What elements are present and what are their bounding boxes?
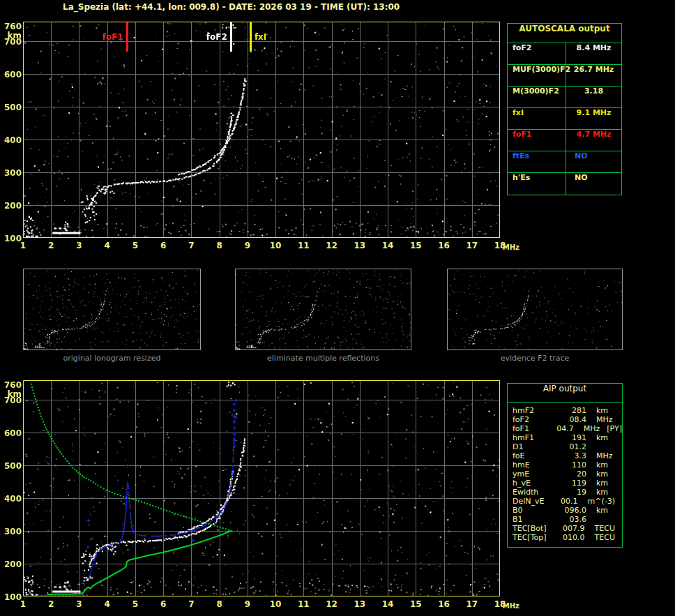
aip-value: 04.7 xyxy=(549,424,574,433)
y-tick-label: 400 xyxy=(1,494,22,504)
aip-extra xyxy=(615,533,622,542)
y-tick-label: 600 xyxy=(1,70,22,80)
aip-unit: m^(-3) xyxy=(578,497,615,506)
x-tick-label: 5 xyxy=(128,241,142,250)
aip-value: 010.0 xyxy=(556,533,585,542)
aip-extra xyxy=(613,451,620,460)
aip-unit: TECU xyxy=(585,533,615,542)
aip-label: hmE xyxy=(508,460,557,469)
aip-output-table: AIP output hmF2281kmfoF208.4MHzfoF104.7M… xyxy=(507,383,623,548)
aip-value: 3.3 xyxy=(557,451,586,460)
thumbnail-caption-original: original ionogram resized xyxy=(23,354,201,363)
aip-label: B0 xyxy=(508,506,557,515)
x-axis-unit-label: MHz xyxy=(503,243,519,251)
aip-extra xyxy=(596,442,603,451)
aip-extra xyxy=(608,406,615,415)
aip-row-Ewidth: Ewidth19km xyxy=(508,488,622,497)
aip-label: TEC[Top] xyxy=(508,533,556,542)
aip-label: Ewidth xyxy=(508,488,557,497)
bottom-ionogram-canvas xyxy=(23,380,500,596)
x-tick-label: 4 xyxy=(100,241,114,250)
aip-unit: MHz xyxy=(586,415,613,424)
x-tick-label: 8 xyxy=(213,241,227,250)
autoscala-row-label: ftEs xyxy=(508,151,566,172)
y-tick-label: 200 xyxy=(1,559,22,569)
autoscala-row-label: fxI xyxy=(508,108,566,129)
autoscala-row-label: foF1 xyxy=(508,130,566,151)
thumbnail-original-ionogram xyxy=(23,269,201,350)
aip-extra xyxy=(608,506,615,515)
aip-value: 03.6 xyxy=(557,515,586,524)
aip-value: 007.9 xyxy=(556,524,585,533)
x-tick-label: 15 xyxy=(409,241,423,250)
aip-unit: km xyxy=(586,433,608,442)
aip-extra xyxy=(596,515,603,524)
aip-value: 19 xyxy=(557,488,586,497)
autoscala-table-title: AUTOSCALA output xyxy=(508,24,621,43)
x-tick-label: 14 xyxy=(381,599,395,609)
y-tick-label: 400 xyxy=(1,135,22,145)
aip-extra xyxy=(613,415,620,424)
aip-value: 110 xyxy=(557,460,586,469)
aip-label: hmF1 xyxy=(508,433,557,442)
aip-row-B1: B103.6 xyxy=(508,515,622,524)
aip-extra xyxy=(608,460,615,469)
x-tick-label: 17 xyxy=(465,241,479,250)
autoscala-row-label: foF2 xyxy=(508,43,566,64)
y-axis-unit-label: km xyxy=(1,389,22,399)
autoscala-row-M3000F2: M(3000)F23.18 xyxy=(508,87,621,108)
aip-extra xyxy=(608,433,615,442)
y-tick-label: 760 xyxy=(1,380,22,390)
thumbnail-caption-evidence: evidence F2 trace xyxy=(447,354,623,363)
y-tick-label: 100 xyxy=(1,234,22,243)
x-tick-label: 9 xyxy=(241,599,255,609)
x-tick-label: 7 xyxy=(184,599,198,609)
x-tick-label: 2 xyxy=(44,599,58,609)
x-tick-label: 9 xyxy=(241,241,255,250)
autoscala-row-foF2: foF28.4 MHz xyxy=(508,43,621,65)
x-tick-label: 7 xyxy=(184,241,198,250)
y-tick-label: 300 xyxy=(1,168,22,178)
aip-unit: MHz xyxy=(574,424,600,433)
autoscala-row-ftEs: ftEsNO xyxy=(508,151,621,173)
aip-value: 20 xyxy=(557,469,586,479)
fxi-marker-label: fxI xyxy=(255,32,266,42)
autoscala-screen: La_Spezia (lat: +44.1, lon: 009.8) - DAT… xyxy=(0,0,675,616)
autoscala-row-value: 9.1 MHz xyxy=(566,108,621,129)
aip-row-TECBot: TEC[Bot]007.9TECU xyxy=(508,524,622,533)
aip-label: foE xyxy=(508,451,557,460)
autoscala-row-MUF3000F2: MUF(3000)F226.7 MHz xyxy=(508,65,621,87)
x-tick-label: 6 xyxy=(156,599,170,609)
aip-row-TECTop: TEC[Top]010.0TECU xyxy=(508,533,622,542)
aip-label: foF2 xyxy=(508,415,557,424)
x-tick-label: 13 xyxy=(353,241,367,250)
x-tick-label: 12 xyxy=(325,241,339,250)
aip-label: B1 xyxy=(508,515,557,524)
aip-extra xyxy=(608,469,615,479)
aip-unit: MHz xyxy=(586,451,613,460)
x-tick-label: 4 xyxy=(100,599,114,609)
x-tick-label: 11 xyxy=(296,241,310,250)
y-tick-label: 200 xyxy=(1,201,22,211)
x-tick-label: 10 xyxy=(268,599,282,609)
x-tick-label: 6 xyxy=(156,241,170,250)
x-tick-label: 16 xyxy=(437,599,451,609)
aip-row-foF2: foF208.4MHz xyxy=(508,415,622,424)
aip-label: D1 xyxy=(508,442,557,451)
autoscala-row-hEs: h'EsNO xyxy=(508,173,621,195)
aip-row-hmE: hmE110km xyxy=(508,460,622,469)
y-axis-unit-label: km xyxy=(1,31,22,40)
autoscala-row-value: NO xyxy=(566,151,621,172)
x-tick-label: 13 xyxy=(353,599,367,609)
aip-value: 119 xyxy=(557,479,586,488)
aip-value: 281 xyxy=(557,406,586,415)
aip-unit: km xyxy=(586,506,608,515)
aip-row-hvE: h_vE119km xyxy=(508,479,622,488)
top-ionogram-canvas xyxy=(23,22,500,238)
y-tick-label: 300 xyxy=(1,527,22,536)
aip-unit: km xyxy=(586,469,608,479)
x-tick-label: 8 xyxy=(213,599,227,609)
autoscala-row-value: 26.7 MHz xyxy=(566,65,621,86)
aip-value: 01.2 xyxy=(557,442,586,451)
aip-row-D1: D101.2 xyxy=(508,442,622,451)
